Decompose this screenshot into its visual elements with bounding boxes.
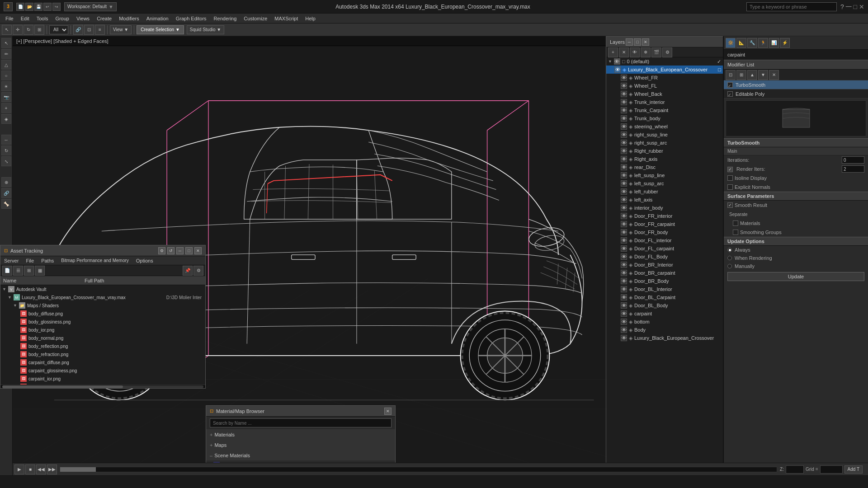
timeline-prev[interactable]: ◀◀ xyxy=(36,465,46,474)
layer-item-steering[interactable]: 👁 ◈ steering_wheel xyxy=(606,122,723,131)
layer-freeze[interactable]: ❄ xyxy=(641,47,651,57)
asset-tb-settings[interactable]: ⚙ xyxy=(193,266,203,276)
layer-item-l-rubber[interactable]: 👁 ◈ left_rubber xyxy=(606,188,723,196)
lt-move[interactable]: ↔ xyxy=(1,135,11,145)
layer-item-wheel-fr[interactable]: 👁 ◈ Wheel_FR xyxy=(606,74,723,82)
lt-lights[interactable]: ☀ xyxy=(1,81,11,91)
layer-item-body[interactable]: 👁 ◈ Body xyxy=(606,326,723,334)
link-btn[interactable]: 🔗 xyxy=(73,25,83,35)
asset-tb4[interactable]: ▦ xyxy=(35,266,45,276)
asset-options-btn[interactable]: ⚙ xyxy=(158,247,165,254)
asset-tb1[interactable]: 📄 xyxy=(2,266,12,276)
workspace-dropdown[interactable]: Workspace: Default ▼ xyxy=(64,2,117,11)
layer-item-door-fr-cp[interactable]: 👁 ◈ Door_FR_carpaint xyxy=(606,220,723,228)
layer-item-r-susp-line[interactable]: 👁 ◈ right_susp_line xyxy=(606,131,723,139)
editable-poly-cb[interactable] xyxy=(727,91,733,97)
asset-maps-folder[interactable]: ▼ 📁 Maps / Shaders xyxy=(0,301,205,310)
menu-tools[interactable]: Tools xyxy=(33,15,52,22)
layers-minimize[interactable]: ─ xyxy=(626,38,633,46)
mat-section-maps-header[interactable]: + Maps xyxy=(206,440,395,450)
undo-icon[interactable]: ↩ xyxy=(43,3,52,11)
asset-tb2[interactable]: ☰ xyxy=(13,266,23,276)
mat-search-input[interactable] xyxy=(210,418,392,427)
prop-icon2[interactable]: 📐 xyxy=(736,38,746,48)
iterations-input[interactable] xyxy=(842,156,864,164)
layer-delete[interactable]: ✕ xyxy=(619,47,629,57)
prop-icon4[interactable]: 🏃 xyxy=(758,38,768,48)
layer-item-bottom[interactable]: 👁 ◈ bottom xyxy=(606,318,723,326)
modifier-turbosmooth[interactable]: TurboSmooth xyxy=(724,80,868,89)
asset-maxfile[interactable]: ▼ M Luxury_Black_European_Crossover_max_… xyxy=(0,293,205,301)
asset-body-ior[interactable]: 🖼 body_ior.png xyxy=(0,326,205,334)
mat-toggle-maps[interactable]: + xyxy=(210,442,212,448)
render-iters-cb[interactable]: ✓ xyxy=(727,166,735,172)
when-rendering-radio[interactable] xyxy=(727,256,732,260)
lt-space[interactable]: ◈ xyxy=(1,114,11,124)
layer-item-door-bl-int[interactable]: 👁 ◈ Door_BL_Interior xyxy=(606,285,723,293)
asset-close[interactable]: ✕ xyxy=(194,247,202,254)
layer-item-door-br-int[interactable]: 👁 ◈ Door_BR_Interior xyxy=(606,261,723,269)
mat-section-scene-header[interactable]: – Scene Materials xyxy=(206,450,395,460)
prop-icon5[interactable]: 📊 xyxy=(769,38,779,48)
asset-scroll-thumb[interactable] xyxy=(2,385,123,388)
layer-item-l-susp-arc[interactable]: 👁 ◈ left_susp_arc xyxy=(606,179,723,188)
move-btn[interactable]: ✛ xyxy=(13,25,23,35)
layer-item-door-bl-cp[interactable]: 👁 ◈ Door_BL_Carpaint xyxy=(606,293,723,301)
layer-item-r-susp-arc[interactable]: 👁 ◈ right_susp_arc xyxy=(606,139,723,147)
layers-list[interactable]: ▼ 👁 □ 0 (default) ✓ 👁 ◈ Luxury_Black_Eur… xyxy=(606,57,723,475)
mat-toggle-materials[interactable]: + xyxy=(210,432,212,437)
isoline-cb[interactable] xyxy=(727,175,733,181)
layer-item-wheel-back[interactable]: 👁 ◈ Wheel_Back xyxy=(606,90,723,98)
layer-hide-all[interactable]: 👁 xyxy=(630,47,640,57)
mod-list-icon5[interactable]: ✕ xyxy=(769,70,779,80)
menu-help[interactable]: Help xyxy=(302,15,319,22)
asset-scrollbar[interactable] xyxy=(0,385,205,388)
layer-settings[interactable]: ⚙ xyxy=(662,47,672,57)
mat-toggle-scene[interactable]: – xyxy=(210,453,212,458)
menu-edit[interactable]: Edit xyxy=(17,15,33,22)
lt-paint[interactable]: ✏ xyxy=(1,49,11,59)
lt-select[interactable]: ↖ xyxy=(1,38,11,48)
open-icon[interactable]: 📂 xyxy=(25,3,33,11)
search-input[interactable] xyxy=(746,2,837,11)
layer-item-door-br-body[interactable]: 👁 ◈ Door_BR_Body xyxy=(606,277,723,285)
layer-item-trunk-body[interactable]: 👁 ◈ Trunk_body xyxy=(606,114,723,122)
menu-maxscript[interactable]: MAXScript xyxy=(271,15,302,22)
menu-graph-editors[interactable]: Graph Editors xyxy=(172,15,210,22)
layer-new[interactable]: + xyxy=(608,47,618,57)
quick-icons[interactable]: 📄 📂 💾 ↩ ↪ xyxy=(16,3,61,11)
asset-vault[interactable]: ▼ V Autodesk Vault xyxy=(0,285,205,293)
menu-file[interactable]: File xyxy=(2,15,17,22)
layer-item-trunk-carpaint[interactable]: 👁 ◈ Trunk_Carpaint xyxy=(606,106,723,114)
layer-render[interactable]: 🎬 xyxy=(651,47,661,57)
explicit-normals-cb[interactable] xyxy=(727,184,733,190)
prop-icon6[interactable]: ⚡ xyxy=(780,38,790,48)
layer-item-door-fr-body[interactable]: 👁 ◈ Door_FR_body xyxy=(606,228,723,236)
menu-rendering[interactable]: Rendering xyxy=(210,15,241,22)
smooth-result-cb[interactable]: ✓ xyxy=(727,202,733,208)
layer-item-l-axis[interactable]: 👁 ◈ left_axis xyxy=(606,196,723,204)
lt-cameras[interactable]: 📷 xyxy=(1,92,11,102)
layer-item-default[interactable]: ▼ 👁 □ 0 (default) ✓ xyxy=(606,57,723,66)
menu-views[interactable]: Views xyxy=(73,15,93,22)
manually-radio[interactable] xyxy=(727,264,732,268)
timeline-bar[interactable] xyxy=(60,467,777,472)
layer-item-door-fl-body[interactable]: 👁 ◈ Door_FL_Body xyxy=(606,253,723,261)
layers-maximize[interactable]: □ xyxy=(634,38,641,46)
wheel-fr-vis[interactable]: 👁 xyxy=(621,75,627,81)
manually-radio-row[interactable]: Manually xyxy=(724,262,868,270)
visibility-icon[interactable]: 👁 xyxy=(614,58,620,65)
new-icon[interactable]: 📄 xyxy=(16,3,24,11)
asset-menu-paths[interactable]: Paths xyxy=(38,257,57,264)
minimize-button[interactable]: ─ xyxy=(846,2,852,11)
mat-section-materials-header[interactable]: + Materials xyxy=(206,430,395,440)
align-btn[interactable]: ≡ xyxy=(95,25,105,35)
asset-body-gloss[interactable]: 🖼 body_glossiness.png xyxy=(0,318,205,326)
render-iters-input[interactable] xyxy=(842,165,864,173)
mirror-btn[interactable]: ⊡ xyxy=(84,25,94,35)
lt-snap[interactable]: ⊕ xyxy=(1,177,11,187)
rotate-btn[interactable]: ↻ xyxy=(24,25,33,35)
asset-body-refraction[interactable]: 🖼 body_refraction.png xyxy=(0,350,205,358)
save-icon[interactable]: 💾 xyxy=(34,3,42,11)
layer-item-door-fl-cp[interactable]: 👁 ◈ Door_FL_carpaint xyxy=(606,244,723,253)
